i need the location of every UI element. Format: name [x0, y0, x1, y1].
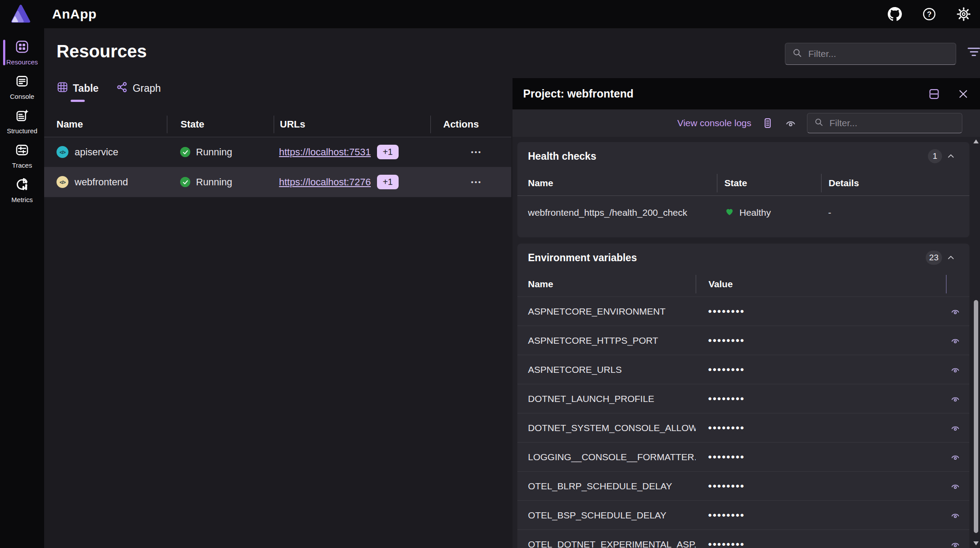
running-check-icon — [180, 147, 190, 157]
tab-graph[interactable]: Graph — [116, 81, 161, 102]
active-tab-underline — [71, 100, 85, 102]
sidebar-item-traces[interactable]: Traces — [0, 139, 44, 173]
sidebar-item-metrics[interactable]: Metrics — [0, 173, 44, 207]
column-header-value: Value — [696, 279, 946, 289]
scroll-up-arrow[interactable] — [973, 139, 979, 143]
panel-scrollbar[interactable] — [972, 137, 980, 548]
reveal-value-eye-icon[interactable] — [941, 452, 969, 462]
reveal-value-eye-icon[interactable] — [941, 423, 969, 433]
resource-name: webfrontend — [75, 176, 128, 188]
more-actions-icon[interactable]: ••• — [471, 148, 482, 156]
resources-table: Name State URLs Actions </> apiservice — [44, 112, 511, 197]
chevron-up-icon[interactable] — [942, 251, 960, 265]
sidebar-item-console[interactable]: Console — [0, 70, 44, 104]
view-console-logs-link[interactable]: View console logs — [677, 118, 751, 128]
metrics-icon — [15, 177, 30, 194]
help-icon[interactable]: ? — [922, 7, 937, 22]
details-panel: Project: webfrontend View console log — [513, 78, 980, 548]
env-var-name: DOTNET_SYSTEM_CONSOLE_ALLOW... — [517, 423, 696, 433]
reveal-value-eye-icon[interactable] — [941, 394, 969, 404]
section-title: Health checks — [528, 150, 928, 162]
sidebar-item-label: Console — [10, 93, 34, 100]
env-var-name: DOTNET_LAUNCH_PROFILE — [517, 394, 696, 404]
scrollbar-thumb[interactable] — [974, 300, 978, 533]
env-var-masked-value: •••••••• — [708, 451, 745, 463]
sidebar-item-label: Metrics — [11, 196, 33, 203]
resources-filter-input[interactable] — [803, 49, 956, 59]
env-var-row: ASPNETCORE_ENVIRONMENT •••••••• — [517, 297, 969, 326]
env-var-masked-value: •••••••• — [708, 364, 745, 376]
resources-filter — [785, 43, 956, 65]
sidebar-item-structured[interactable]: Structured — [0, 104, 44, 139]
env-var-name: ASPNETCORE_ENVIRONMENT — [517, 306, 696, 317]
github-icon[interactable] — [887, 7, 902, 22]
app-title: AnApp — [52, 0, 97, 28]
sidebar-item-label: Structured — [7, 127, 37, 135]
more-urls-badge[interactable]: +1 — [377, 175, 399, 189]
reveal-value-eye-icon[interactable] — [941, 481, 969, 492]
log-list-icon[interactable] — [761, 116, 774, 130]
settings-icon[interactable] — [956, 7, 971, 22]
resource-url-link[interactable]: https://localhost:7276 — [279, 176, 371, 188]
resources-table-header: Name State URLs Actions — [44, 112, 511, 137]
column-header-name: Name — [517, 279, 696, 289]
running-check-icon — [180, 177, 190, 187]
panel-filter-input[interactable] — [824, 118, 962, 128]
active-indicator — [3, 40, 5, 65]
search-icon — [792, 47, 803, 60]
column-header-name: Name — [44, 119, 167, 130]
tab-label: Table — [73, 83, 98, 94]
env-var-row: LOGGING__CONSOLE__FORMATTER... •••••••• — [517, 442, 969, 471]
details-panel-header: Project: webfrontend — [513, 78, 980, 109]
resource-url-link[interactable]: https://localhost:7531 — [279, 146, 371, 158]
page-title: Resources — [57, 41, 147, 61]
health-check-details: - — [821, 207, 969, 218]
more-actions-icon[interactable]: ••• — [471, 178, 482, 186]
health-checks-section: Health checks 1 Name State Details — [517, 142, 969, 237]
env-vars-count-badge: 23 — [926, 251, 942, 265]
env-var-row: DOTNET_SYSTEM_CONSOLE_ALLOW... •••••••• — [517, 413, 969, 442]
close-icon[interactable] — [956, 87, 970, 101]
column-header-state: State — [717, 178, 821, 188]
reveal-value-eye-icon[interactable] — [941, 510, 969, 521]
column-header-urls: URLs — [274, 119, 430, 130]
env-var-name: OTEL_BSP_SCHEDULE_DELAY — [517, 510, 696, 521]
column-divider[interactable] — [946, 275, 946, 293]
split-view-icon[interactable] — [927, 87, 941, 101]
tab-table[interactable]: Table — [57, 81, 98, 102]
mask-values-eye-icon[interactable] — [784, 116, 797, 130]
reveal-value-eye-icon[interactable] — [941, 306, 969, 317]
reveal-value-eye-icon[interactable] — [941, 364, 969, 375]
details-panel-toolbar: View console logs — [513, 109, 980, 137]
tab-label: Graph — [132, 83, 161, 94]
env-var-name: OTEL_BLRP_SCHEDULE_DELAY — [517, 481, 696, 492]
env-var-masked-value: •••••••• — [708, 422, 745, 434]
env-var-row: OTEL_BSP_SCHEDULE_DELAY •••••••• — [517, 500, 969, 529]
env-var-masked-value: •••••••• — [708, 305, 745, 318]
more-urls-badge[interactable]: +1 — [377, 145, 399, 159]
health-checks-header: Name State Details — [517, 170, 969, 196]
env-var-masked-value: •••••••• — [708, 393, 745, 405]
table-row-webfrontend[interactable]: </> webfrontend Running https://localhos… — [44, 167, 511, 197]
structured-logs-icon — [15, 108, 30, 125]
topbar-actions: ? — [887, 0, 971, 28]
reveal-value-eye-icon[interactable] — [941, 539, 969, 548]
filter-options-icon[interactable] — [965, 48, 980, 61]
sidebar-item-resources[interactable]: Resources — [0, 35, 44, 70]
sidebar-nav: Resources Console — [0, 28, 44, 548]
details-panel-title: Project: webfrontend — [523, 87, 633, 100]
env-var-name: LOGGING__CONSOLE__FORMATTER... — [517, 452, 696, 462]
env-var-name: OTEL_DOTNET_EXPERIMENTAL_ASP... — [517, 539, 696, 548]
env-var-row: OTEL_DOTNET_EXPERIMENTAL_ASP... •••••••• — [517, 529, 969, 548]
chevron-up-icon[interactable] — [942, 149, 960, 163]
env-var-masked-value: •••••••• — [708, 509, 745, 522]
env-var-masked-value: •••••••• — [708, 480, 745, 492]
env-var-name: ASPNETCORE_HTTPS_PORT — [517, 335, 696, 346]
aspire-dashboard: AnApp ? — [0, 0, 980, 548]
traces-icon — [15, 143, 30, 159]
reveal-value-eye-icon[interactable] — [941, 335, 969, 346]
resource-name: apiservice — [75, 146, 118, 158]
table-row-apiservice[interactable]: </> apiservice Running https://localhost… — [44, 137, 511, 167]
project-code-icon: </> — [57, 176, 68, 188]
scroll-down-arrow[interactable] — [973, 541, 979, 545]
